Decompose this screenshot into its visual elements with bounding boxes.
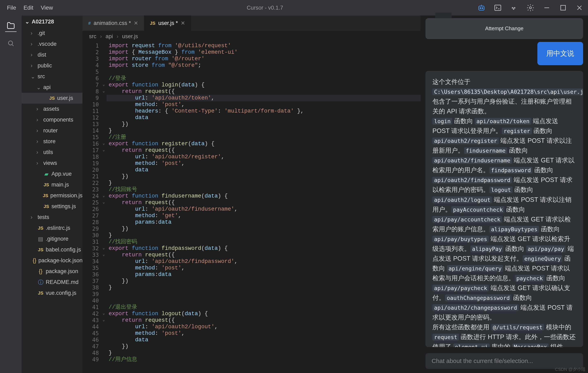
folder-item[interactable]: ›components [22,114,83,125]
folder-item[interactable]: ⌄src [22,71,83,82]
file-item[interactable]: ▰App.vue [22,169,83,179]
svg-point-6 [8,41,12,45]
folder-item[interactable]: ›dist [22,49,83,60]
wave-icon[interactable] [510,3,519,12]
menu-file[interactable]: File [7,4,16,11]
minimize-icon[interactable] [542,3,551,12]
breadcrumb[interactable]: src› api› user.js [83,31,420,42]
editor-area: #animation.css *✕JSuser.js *✕ src› api› … [83,16,420,373]
editor-tab[interactable]: JSuser.js *✕ [144,16,191,31]
svg-point-4 [529,7,531,9]
folder-item[interactable]: ›assets [22,104,83,114]
svg-rect-3 [495,5,501,11]
fold-column[interactable]: ⌄⌄⌄⌄⌄⌄⌄⌄⌄⌄ [101,42,106,373]
svg-point-1 [480,8,481,9]
attempt-change-button[interactable]: Attempt Change [425,18,583,39]
file-item[interactable]: JSpermission.js [22,190,83,201]
file-item[interactable]: JSsettings.js [22,201,83,212]
folder-item[interactable]: ›store [22,136,83,147]
titlebar: File Edit View Cursor - v0.1.7 [0,0,588,16]
folder-item[interactable]: ›public [22,60,83,71]
menu-view[interactable]: View [41,4,53,11]
close-icon[interactable] [575,3,584,12]
svg-rect-5 [561,5,565,10]
file-item[interactable]: {}package.json [22,266,83,277]
folder-item[interactable]: ›utils [22,147,83,158]
ai-robot-icon[interactable] [477,3,486,12]
file-item[interactable]: JSvue.config.js [22,288,83,298]
file-item[interactable]: JSmain.js [22,179,83,190]
editor-tab[interactable]: #animation.css *✕ [83,16,144,31]
tab-close-icon[interactable]: ✕ [134,20,138,26]
terminal-icon[interactable] [493,3,502,12]
svg-point-2 [482,8,483,9]
folder-item[interactable]: ›tests [22,212,83,223]
menu-bar: File Edit View [4,4,53,11]
ai-message: 这个文件位于 C:\Users\86135\Desktop\A021728\sr… [425,71,583,347]
workspace-root[interactable]: ⌄ A021728 [22,16,83,28]
folder-item[interactable]: ⌄api [22,82,83,93]
folder-item[interactable]: ›.vscode [22,39,83,49]
menu-edit[interactable]: Edit [23,4,33,11]
tab-bar: #animation.css *✕JSuser.js *✕ [83,16,420,31]
tab-close-icon[interactable]: ✕ [181,20,185,26]
file-item[interactable]: JS.eslintrc.js [22,223,83,234]
gear-icon[interactable] [526,3,535,12]
svg-rect-0 [479,6,484,10]
chat-panel: Attempt Change 用中文说 这个文件位于 C:\Users\8613… [420,16,588,373]
file-item[interactable]: ▤.gitignore [22,234,83,244]
file-item[interactable]: JSuser.js [22,93,83,104]
window-title: Cursor - v0.1.7 [53,5,477,11]
watermark: CSDN @夕小瑶 [555,366,586,372]
user-message: 用中文说 [537,42,583,65]
folder-item[interactable]: ›.git [22,28,83,39]
file-item[interactable]: {}package-lock.json [22,255,83,266]
code-editor[interactable]: import request from '@/utils/request'imp… [106,42,420,373]
activity-bar [0,16,22,373]
line-gutter: 1234567891011121314151617181920212223242… [83,42,101,373]
folder-item[interactable]: ›router [22,125,83,136]
file-explorer: ⌄ A021728 ›.git›.vscode›dist›public⌄src⌄… [22,16,83,373]
folder-item[interactable]: ›views [22,158,83,169]
search-icon[interactable] [5,38,17,49]
file-item[interactable]: ⓘREADME.md [22,277,83,288]
maximize-icon[interactable] [559,3,567,12]
explorer-folder-icon[interactable] [5,21,17,32]
file-item[interactable]: JSbabel.config.js [22,244,83,255]
